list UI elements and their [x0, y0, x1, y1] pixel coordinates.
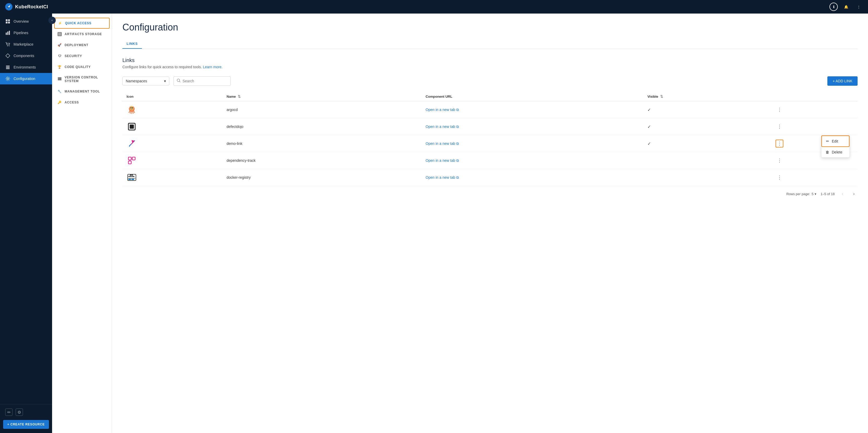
- learn-more-link[interactable]: Learn more.: [203, 65, 222, 69]
- rows-per-page-select[interactable]: 5 ▾: [812, 192, 816, 196]
- next-page-button[interactable]: ›: [850, 190, 858, 197]
- external-link-icon-5: ⧉: [456, 175, 459, 180]
- external-link-icon-3: ⧉: [456, 142, 459, 146]
- row-menu-button-defectdojo[interactable]: ⋮: [776, 123, 783, 130]
- context-menu-edit[interactable]: ✏ Edit: [822, 135, 849, 147]
- svg-rect-8: [9, 31, 10, 35]
- sub-nav-version-control[interactable]: VERSION CONTROL SYSTEM: [52, 72, 112, 86]
- delete-label: Delete: [832, 150, 842, 154]
- sub-nav-code-quality-label: CODE QUALITY: [65, 65, 91, 69]
- open-link-docker-registry[interactable]: Open in a new tab ⧉: [426, 175, 639, 180]
- more-button[interactable]: ⋮: [855, 3, 863, 11]
- row-menu-button-argocd[interactable]: ⋮: [776, 106, 783, 114]
- edit-label: Edit: [832, 139, 838, 143]
- svg-rect-37: [128, 176, 130, 177]
- sub-nav-quick-access[interactable]: ⚡ QUICK ACCESS: [54, 18, 110, 29]
- sidebar-item-overview-label: Overview: [13, 19, 29, 24]
- delete-icon: 🗑: [826, 150, 829, 154]
- sub-nav-artifacts-label: ARTIFACTS STORAGE: [65, 32, 102, 36]
- settings-bottom-icon[interactable]: ⚙: [16, 408, 23, 416]
- rows-per-page-label: Rows per page:: [786, 192, 810, 196]
- sidebar-item-pipelines[interactable]: Pipelines: [0, 27, 52, 38]
- notifications-button[interactable]: 🔔: [842, 3, 850, 11]
- artifacts-icon: [57, 32, 62, 36]
- sub-nav-deployment[interactable]: 🚀 DEPLOYMENT: [52, 40, 112, 51]
- svg-rect-44: [128, 179, 131, 180]
- prev-page-button[interactable]: ‹: [839, 190, 846, 197]
- open-link-defectdojo[interactable]: Open in a new tab ⧉: [426, 125, 639, 129]
- sidebar-item-pipelines-label: Pipelines: [13, 31, 28, 35]
- svg-rect-7: [7, 32, 8, 35]
- row-visible-dependency-track: [643, 152, 771, 169]
- sub-nav-management-tool-label: MANAGEMENT TOOL: [65, 90, 100, 93]
- sidebar-item-environments[interactable]: Environments: [0, 61, 52, 73]
- sidebar-item-configuration[interactable]: Configuration: [0, 73, 52, 85]
- table-row: defectdojo Open in a new tab ⧉ ✓ ⋮: [122, 118, 858, 135]
- svg-rect-12: [6, 66, 10, 66]
- sidebar-item-overview[interactable]: Overview: [0, 16, 52, 27]
- namespace-dropdown[interactable]: Namespaces ▾: [122, 76, 169, 86]
- search-box: [174, 76, 231, 86]
- row-menu-button-dependency-track[interactable]: ⋮: [776, 157, 783, 164]
- svg-rect-40: [130, 175, 131, 176]
- row-actions-docker-registry: ⋮: [771, 169, 858, 186]
- table-header-row: Icon Name ⇅ Component URL Visible ⇅: [122, 92, 858, 101]
- svg-rect-41: [131, 175, 133, 176]
- row-menu-button-demo-link[interactable]: ⋮: [776, 140, 783, 148]
- open-link-demo-link[interactable]: Open in a new tab ⧉: [426, 142, 639, 146]
- svg-rect-3: [8, 19, 10, 21]
- svg-line-24: [180, 81, 180, 82]
- context-menu-delete[interactable]: 🗑 Delete: [822, 147, 849, 157]
- sub-nav-access-label: ACCESS: [65, 100, 79, 104]
- col-icon: Icon: [122, 92, 222, 101]
- check-icon-defectdojo: ✓: [647, 125, 651, 129]
- add-link-button[interactable]: + ADD LINK: [827, 76, 858, 86]
- section-desc: Configure links for quick access to requ…: [122, 65, 858, 69]
- dropdown-arrow-icon: ▾: [164, 79, 166, 83]
- edit-bottom-icon[interactable]: ✏: [5, 408, 12, 416]
- row-name-dependency-track: dependency-track: [222, 152, 422, 169]
- trophy-icon: 🏆: [57, 65, 62, 69]
- main-layout: ‹ Overview Pipelines Marketplace: [0, 13, 868, 433]
- sidebar-toggle[interactable]: ‹: [49, 17, 56, 24]
- sub-nav-version-control-label: VERSION CONTROL SYSTEM: [65, 75, 106, 83]
- row-icon-docker-registry: [122, 169, 222, 186]
- page-info: 1–5 of 18: [820, 192, 835, 196]
- svg-rect-45: [131, 179, 134, 180]
- row-menu-button-docker-registry[interactable]: ⋮: [776, 174, 783, 181]
- sidebar-item-marketplace[interactable]: Marketplace: [0, 38, 52, 50]
- row-actions-defectdojo: ⋮: [771, 118, 858, 135]
- open-link-dependency-track[interactable]: Open in a new tab ⧉: [426, 158, 639, 163]
- search-input[interactable]: [183, 79, 224, 83]
- svg-point-26: [130, 106, 133, 110]
- sidebar-item-components[interactable]: Components: [0, 50, 52, 61]
- section-title: Links: [122, 57, 858, 63]
- create-resource-button[interactable]: + CREATE RESOURCE: [3, 420, 49, 429]
- svg-rect-16: [58, 33, 61, 33]
- sidebar-item-marketplace-label: Marketplace: [13, 42, 33, 47]
- row-name-defectdojo: defectdojo: [222, 118, 422, 135]
- row-url-dependency-track: Open in a new tab ⧉: [422, 152, 643, 169]
- sub-nav-management-tool[interactable]: 🔧 MANAGEMENT TOOL: [52, 86, 112, 97]
- open-link-argocd[interactable]: Open in a new tab ⧉: [426, 107, 639, 112]
- visible-sort-icon[interactable]: ⇅: [660, 95, 663, 98]
- svg-rect-13: [6, 67, 10, 68]
- row-name-docker-registry: docker-registry: [222, 169, 422, 186]
- svg-point-10: [9, 45, 10, 47]
- svg-point-28: [132, 107, 133, 109]
- sub-nav-artifacts-storage[interactable]: ARTIFACTS STORAGE: [52, 29, 112, 40]
- svg-rect-2: [6, 19, 7, 21]
- tab-links[interactable]: LINKS: [122, 39, 142, 49]
- rocket-icon: 🚀: [57, 43, 62, 48]
- sub-nav-security[interactable]: 🛡 SECURITY: [52, 51, 112, 61]
- shield-icon: 🛡: [57, 54, 62, 58]
- edit-icon: ✏: [826, 139, 829, 143]
- sub-nav-code-quality[interactable]: 🏆 CODE QUALITY: [52, 61, 112, 72]
- sort-icon[interactable]: ⇅: [238, 95, 241, 98]
- sub-nav-access[interactable]: 🔑 ACCESS: [52, 97, 112, 108]
- bell-icon: 🔔: [844, 5, 848, 9]
- header-actions: ℹ 🔔 ⋮: [830, 3, 863, 11]
- grid-icon: [5, 19, 10, 24]
- layers-icon: [5, 65, 10, 70]
- info-button[interactable]: ℹ: [830, 3, 838, 11]
